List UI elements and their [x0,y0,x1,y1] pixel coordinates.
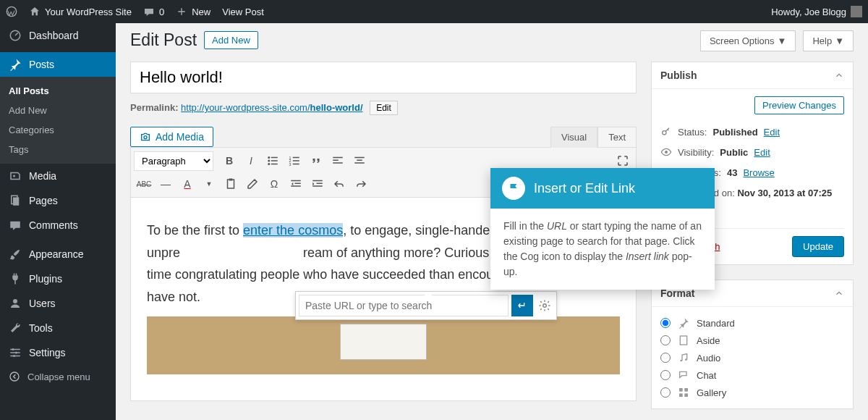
align-left-button[interactable] [328,151,348,171]
dashboard-icon [9,29,22,42]
bold-button[interactable]: B [219,151,239,171]
svg-rect-45 [684,388,688,392]
submenu-all-posts[interactable]: All Posts [0,81,116,101]
svg-rect-20 [293,160,299,161]
format-standard-radio[interactable] [660,318,671,328]
key-icon [660,126,672,138]
add-new-button[interactable]: Add New [204,31,258,49]
music-icon [678,352,689,364]
plus-icon [176,6,187,17]
browse-revisions-link[interactable]: Browse [743,167,774,178]
format-chat-radio[interactable] [660,370,671,380]
link-options-button[interactable] [536,297,553,314]
tab-visual[interactable]: Visual [550,127,597,148]
screen-options-button[interactable]: Screen Options ▼ [700,30,796,51]
permalink-link[interactable]: http://your-wordpress-site.com/hello-wor… [181,102,362,113]
format-aside-radio[interactable] [660,335,671,345]
indent-button[interactable] [307,174,328,194]
pushpin-icon [9,58,22,71]
chevron-down-icon: ▼ [835,35,844,46]
svg-rect-44 [679,388,683,392]
add-media-button[interactable]: Add Media [130,127,213,147]
site-link[interactable]: Your WordPress Site [29,6,132,17]
document-icon [678,335,689,346]
svg-point-5 [13,299,17,303]
svg-rect-16 [271,164,278,165]
menu-pages[interactable]: Pages [0,188,116,213]
chevron-up-icon [834,70,844,80]
brush-icon [9,248,22,261]
menu-dashboard[interactable]: Dashboard [0,23,116,48]
svg-rect-24 [333,160,339,161]
body-text: To be the first to [147,223,243,238]
textcolor-chevron[interactable]: ▼ [199,174,219,194]
align-left-icon [331,154,344,167]
menu-settings[interactable]: Settings [0,340,116,365]
help-button[interactable]: Help ▼ [803,30,854,51]
strike-button[interactable]: ABC [134,174,154,194]
format-audio-radio[interactable] [660,353,671,363]
edit-status-link[interactable]: Edit [764,127,780,138]
paste-button[interactable] [221,174,241,194]
tooltip-body: Fill in the URL or start typing the name… [490,209,715,290]
menu-users[interactable]: Users [0,291,116,316]
quote-button[interactable] [306,151,326,171]
clipboard-icon [224,177,237,190]
format-gallery-radio[interactable] [660,387,671,398]
textcolor-button[interactable]: A [177,174,197,194]
menu-plugins[interactable]: Plugins [0,266,116,291]
specialchar-button[interactable]: Ω [264,174,284,194]
redo-button[interactable] [351,174,371,194]
new-link[interactable]: New [176,6,210,17]
edit-permalink-button[interactable]: Edit [370,101,398,115]
format-label: Standard [697,318,735,329]
align-center-button[interactable] [349,151,370,171]
svg-rect-27 [357,160,362,161]
post-title-input[interactable] [130,62,637,93]
wp-logo[interactable] [6,6,17,17]
submenu-tags[interactable]: Tags [0,140,116,159]
chat-icon [678,369,689,381]
ul-button[interactable] [263,151,283,171]
clearformat-button[interactable] [242,174,263,194]
comments-link[interactable]: 0 [143,6,164,17]
svg-rect-46 [679,393,683,397]
submenu-add-new[interactable]: Add New [0,101,116,120]
admin-menu: Dashboard Posts All Posts Add New Catego… [0,23,116,420]
menu-comments[interactable]: Comments [0,213,116,238]
update-button[interactable]: Update [792,236,844,257]
svg-rect-12 [271,157,278,159]
hr-button[interactable]: — [156,174,176,194]
svg-point-15 [268,163,270,165]
link-url-input[interactable] [299,295,509,316]
menu-appearance[interactable]: Appearance [0,242,116,266]
pushpin-icon [678,317,689,329]
apply-link-button[interactable] [511,295,533,316]
svg-rect-30 [229,179,233,181]
menu-media[interactable]: Media [0,164,116,188]
svg-rect-28 [354,162,365,164]
undo-button[interactable] [329,174,349,194]
italic-button[interactable]: I [241,151,261,171]
format-label: Audio [697,353,720,364]
publish-heading[interactable]: Publish [652,62,853,89]
menu-posts[interactable]: Posts [0,52,116,77]
ol-button[interactable]: 123 [284,151,305,171]
svg-point-37 [663,131,666,135]
undo-icon [333,177,346,190]
howdy-link[interactable]: Howdy, Joe Blogg [771,6,862,17]
main-content: Edit Post Add New Screen Options ▼ Help … [116,23,868,420]
format-label: Gallery [697,387,726,398]
collapse-menu[interactable]: Collapse menu [0,365,116,388]
svg-rect-41 [680,336,686,345]
view-post-link[interactable]: View Post [222,7,264,17]
outdent-button[interactable] [286,174,306,194]
tab-text[interactable]: Text [597,127,637,148]
preview-changes-button[interactable]: Preview Changes [754,96,844,114]
format-label: Chat [697,370,716,381]
svg-point-43 [685,358,687,361]
format-select[interactable]: Paragraph [134,151,213,171]
edit-visibility-link[interactable]: Edit [754,147,770,158]
submenu-categories[interactable]: Categories [0,120,116,140]
menu-tools[interactable]: Tools [0,316,116,340]
